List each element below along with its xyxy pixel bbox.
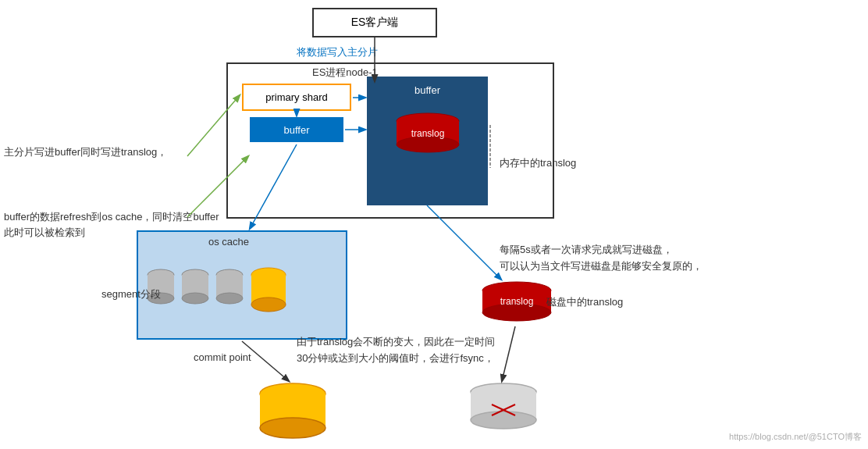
right-blue-box: buffer translog	[367, 77, 488, 205]
diagram-container: ES客户端 将数据写入主分片 ES进程node-1 primary shard …	[0, 0, 868, 449]
segment-label: segment分段	[101, 287, 161, 301]
svg-text:translog: translog	[411, 128, 444, 139]
es-client-box: ES客户端	[312, 8, 437, 37]
gray-cylinder-bottom	[468, 383, 539, 436]
translog-inner-cylinder: translog	[393, 112, 463, 155]
commit-point-label: commit point	[194, 351, 251, 363]
svg-point-25	[471, 412, 536, 429]
big-yellow-cylinder	[258, 383, 328, 444]
svg-point-15	[251, 298, 286, 312]
buffer-inner-box: buffer	[250, 117, 343, 142]
main-write-label: 主分片写进buffer同时写进translog，	[4, 144, 167, 160]
watermark: https://blog.csdn.net/@51CTO博客	[729, 431, 862, 443]
fsync-desc-label: 由于translog会不断的变大，因此在一定时间 30分钟或达到大小的阈值时，会…	[297, 334, 495, 367]
svg-text:translog: translog	[500, 296, 534, 307]
translog-disk-box: translog	[478, 281, 556, 324]
os-cache-box: os cache	[137, 230, 347, 340]
mem-translog-label: 内存中的translog	[500, 156, 576, 170]
svg-point-22	[260, 418, 326, 438]
seg-cyl-2	[180, 267, 210, 310]
buffer-refresh-label: buffer的数据refresh到os cache，同时清空buffer 此时可…	[4, 209, 219, 240]
es-client-label: ES客户端	[351, 16, 399, 30]
write-primary-label: 将数据写入主分片	[297, 45, 378, 59]
svg-point-9	[182, 293, 208, 304]
svg-line-40	[502, 326, 515, 381]
translog-disk-cylinder: translog	[478, 281, 556, 324]
right-buffer-label: buffer	[414, 84, 440, 96]
disk-translog-label: 磁盘中的translog	[546, 295, 623, 309]
primary-shard-box: primary shard	[242, 84, 351, 111]
seg-cyl-yellow	[249, 267, 288, 318]
svg-point-2	[397, 137, 459, 152]
translog-desc-label: 每隔5s或者一次请求完成就写进磁盘， 可以认为当文件写进磁盘是能够安全复原的，	[500, 242, 703, 275]
segment-cylinders	[146, 267, 354, 318]
seg-cyl-3	[215, 267, 244, 310]
svg-point-12	[216, 293, 243, 304]
